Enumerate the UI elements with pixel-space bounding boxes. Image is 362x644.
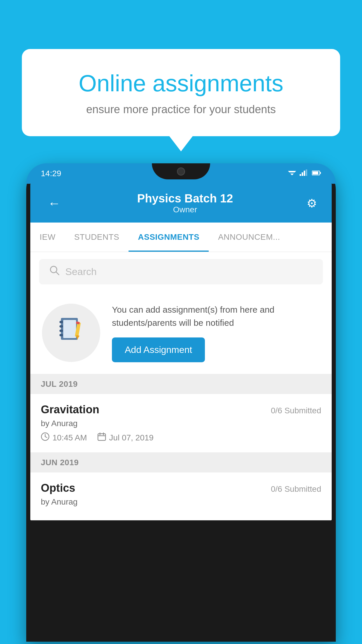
promo-right: You can add assignment(s) from here and …: [112, 303, 320, 362]
settings-icon[interactable]: ⚙: [307, 197, 317, 210]
assignment-name: Gravitation: [41, 403, 99, 416]
signal-icon: [300, 169, 308, 178]
promo-title: Online assignments: [45, 69, 317, 97]
svg-rect-4: [302, 172, 303, 176]
assignment-item-gravitation[interactable]: Gravitation 0/6 Submitted by Anurag: [30, 394, 332, 453]
assignment-name-optics: Optics: [41, 482, 75, 494]
search-bar-wrapper: Search: [30, 252, 332, 291]
svg-rect-14: [59, 325, 63, 328]
tab-announcements[interactable]: ANNOUNCEM...: [209, 223, 289, 252]
status-bar: 14:29: [26, 163, 336, 184]
status-time: 14:29: [41, 169, 61, 178]
promo-icon-circle: [42, 304, 100, 362]
assignment-date-value: Jul 07, 2019: [109, 433, 154, 442]
promo-subtitle: ensure more practice for your students: [45, 103, 317, 116]
svg-rect-24: [98, 434, 106, 440]
calendar-icon: [97, 432, 106, 443]
wifi-icon: [288, 169, 296, 178]
month-header-jul: JUL 2019: [30, 374, 332, 394]
promo-card: You can add assignment(s) from here and …: [30, 291, 332, 374]
svg-rect-17: [63, 320, 76, 338]
promo-banner: Online assignments ensure more practice …: [22, 49, 340, 136]
back-button[interactable]: ←: [45, 193, 64, 214]
assignment-top-row-optics: Optics 0/6 Submitted: [41, 482, 321, 494]
search-icon: [50, 265, 59, 278]
tabs-bar: IEW STUDENTS ASSIGNMENTS ANNOUNCEM...: [30, 223, 332, 252]
camera-icon: [177, 167, 185, 176]
assignment-date: Jul 07, 2019: [97, 432, 154, 443]
clock-icon: [41, 432, 50, 443]
batch-title: Physics Batch 12: [137, 192, 233, 205]
add-assignment-button[interactable]: Add Assignment: [112, 337, 205, 362]
svg-rect-16: [59, 334, 63, 336]
assignment-by: by Anurag: [41, 419, 321, 428]
svg-marker-2: [290, 174, 294, 175]
assignment-meta: 10:45 AM Jul 07, 2019: [41, 432, 321, 443]
batch-role: Owner: [137, 205, 233, 214]
svg-line-23: [45, 437, 47, 438]
month-header-jun: JUN 2019: [30, 453, 332, 473]
speech-bubble: Online assignments ensure more practice …: [22, 49, 340, 136]
assignment-submitted: 0/6 Submitted: [271, 406, 321, 415]
svg-line-11: [56, 272, 59, 275]
phone-notch: [152, 163, 210, 179]
assignment-time: 10:45 AM: [41, 432, 87, 443]
tab-assignments[interactable]: ASSIGNMENTS: [129, 223, 209, 252]
phone-mockup: 14:29: [26, 163, 336, 644]
battery-icon: [312, 170, 321, 177]
header-title-group: Physics Batch 12 Owner: [137, 192, 233, 214]
assignment-item-optics[interactable]: Optics 0/6 Submitted by Anurag: [30, 473, 332, 520]
tab-students[interactable]: STUDENTS: [65, 223, 129, 252]
svg-rect-3: [300, 174, 301, 176]
search-bar[interactable]: Search: [39, 259, 323, 284]
tab-iew[interactable]: IEW: [30, 223, 65, 252]
notebook-icon: [58, 316, 84, 349]
phone-screen: ← Physics Batch 12 Owner ⚙ IEW STUDENTS …: [30, 184, 332, 520]
svg-rect-9: [320, 172, 321, 174]
status-icons: [288, 169, 321, 178]
assignment-submitted-optics: 0/6 Submitted: [271, 484, 321, 494]
svg-rect-8: [312, 172, 318, 174]
search-placeholder: Search: [65, 266, 97, 277]
svg-rect-6: [306, 169, 307, 176]
assignment-time-value: 10:45 AM: [52, 433, 87, 442]
app-header: ← Physics Batch 12 Owner ⚙: [30, 184, 332, 223]
assignment-top-row: Gravitation 0/6 Submitted: [41, 403, 321, 416]
promo-description: You can add assignment(s) from here and …: [112, 303, 320, 329]
svg-rect-15: [59, 330, 63, 332]
phone-frame: 14:29: [26, 163, 336, 642]
assignment-by-optics: by Anurag: [41, 497, 321, 507]
svg-rect-13: [59, 321, 63, 323]
svg-rect-5: [304, 171, 305, 176]
